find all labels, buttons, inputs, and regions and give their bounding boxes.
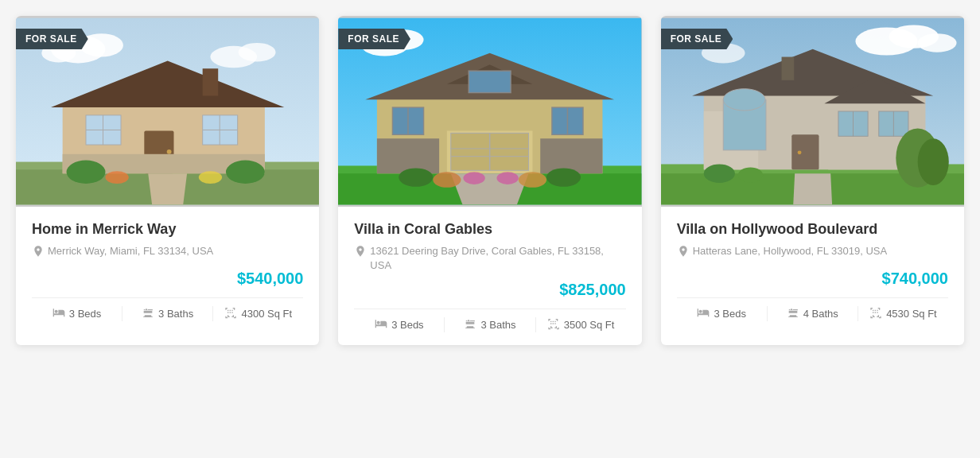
address-text: Hatteras Lane, Hollywood, FL 33019, USA	[693, 244, 888, 258]
property-title: Home in Merrick Way	[32, 221, 303, 238]
property-card-1[interactable]: FOR SALE Home in Merrick Way Merrick Way…	[16, 16, 319, 345]
property-title: Villa on Hollywood Boulevard	[677, 221, 948, 238]
svg-point-22	[226, 161, 265, 184]
sqft-icon	[224, 306, 237, 321]
svg-point-65	[723, 89, 765, 111]
svg-point-48	[434, 172, 461, 188]
pin-icon	[32, 245, 45, 262]
svg-point-24	[199, 171, 222, 184]
bed-icon	[697, 306, 710, 321]
card-features: 3 Beds 3 Baths	[32, 306, 303, 321]
card-features: 3 Beds 4 Baths	[677, 306, 948, 321]
svg-rect-10	[203, 68, 219, 95]
pin-icon	[354, 245, 367, 262]
card-divider	[677, 297, 948, 298]
svg-point-21	[67, 161, 106, 184]
for-sale-badge: FOR SALE	[661, 29, 733, 49]
svg-point-18	[167, 149, 172, 154]
svg-point-55	[917, 33, 956, 52]
svg-point-50	[464, 172, 485, 184]
property-title: Villa in Coral Gables	[354, 221, 625, 238]
svg-point-47	[546, 168, 581, 186]
beds-label: 3 Beds	[69, 308, 101, 320]
bath-icon	[142, 306, 154, 321]
baths-feature: 4 Baths	[768, 306, 858, 321]
svg-point-76	[737, 167, 762, 183]
svg-point-74	[917, 138, 948, 185]
card-body: Villa in Coral Gables 13621 Deering Bay …	[338, 207, 641, 345]
baths-label: 4 Baths	[803, 308, 838, 320]
sqft-feature: 4300 Sq Ft	[213, 306, 303, 321]
sqft-icon	[869, 306, 882, 321]
beds-feature: 3 Beds	[32, 306, 122, 321]
beds-label: 3 Beds	[714, 308, 745, 320]
property-card-2[interactable]: FOR SALE Villa in Coral Gables 13621 Dee…	[338, 16, 641, 345]
card-divider	[354, 309, 625, 309]
svg-point-5	[239, 43, 276, 61]
sqft-icon	[547, 317, 560, 332]
for-sale-badge: FOR SALE	[16, 29, 88, 49]
svg-point-75	[703, 164, 734, 182]
sqft-label: 4300 Sq Ft	[241, 308, 292, 320]
pin-icon	[677, 245, 690, 262]
property-price: $825,000	[354, 281, 625, 299]
svg-point-23	[105, 171, 128, 184]
card-image-wrapper: FOR SALE	[661, 16, 964, 207]
card-image-wrapper: FOR SALE	[16, 16, 319, 207]
svg-rect-72	[781, 57, 794, 80]
svg-rect-33	[377, 138, 439, 173]
sqft-label: 4530 Sq Ft	[886, 308, 937, 320]
svg-marker-77	[793, 173, 832, 204]
sqft-feature: 4530 Sq Ft	[858, 306, 948, 321]
property-address: Merrick Way, Miami, FL 33134, USA	[32, 244, 303, 262]
baths-feature: 3 Baths	[445, 317, 535, 332]
sqft-label: 3500 Sq Ft	[564, 319, 615, 331]
sqft-feature: 3500 Sq Ft	[536, 317, 626, 332]
bed-icon	[375, 317, 387, 332]
bed-icon	[52, 306, 65, 321]
svg-point-46	[399, 168, 434, 186]
baths-feature: 3 Baths	[122, 306, 213, 321]
beds-feature: 3 Beds	[354, 317, 445, 332]
beds-feature: 3 Beds	[677, 306, 768, 321]
baths-label: 3 Baths	[480, 319, 515, 331]
property-price: $540,000	[32, 270, 303, 288]
card-body: Home in Merrick Way Merrick Way, Miami, …	[16, 207, 319, 334]
card-features: 3 Beds 3 Baths	[354, 317, 625, 332]
bath-icon	[464, 317, 476, 332]
card-divider	[32, 297, 303, 298]
svg-rect-39	[469, 71, 511, 92]
baths-label: 3 Baths	[158, 308, 193, 320]
svg-rect-66	[791, 134, 819, 169]
svg-point-51	[497, 172, 519, 184]
card-body: Villa on Hollywood Boulevard Hatteras La…	[661, 207, 964, 334]
address-text: 13621 Deering Bay Drive, Coral Gables, F…	[370, 244, 625, 273]
property-cards-container: FOR SALE Home in Merrick Way Merrick Way…	[16, 16, 964, 345]
property-address: 13621 Deering Bay Drive, Coral Gables, F…	[354, 244, 625, 273]
svg-point-49	[519, 172, 546, 188]
address-text: Merrick Way, Miami, FL 33134, USA	[48, 244, 213, 258]
property-address: Hatteras Lane, Hollywood, FL 33019, USA	[677, 244, 948, 262]
property-price: $740,000	[677, 270, 948, 288]
for-sale-badge: FOR SALE	[338, 29, 410, 49]
svg-marker-20	[148, 173, 187, 204]
bath-icon	[787, 306, 799, 321]
svg-rect-34	[541, 138, 603, 173]
property-card-3[interactable]: FOR SALE Villa on Hollywood Boulevard Ha…	[661, 16, 964, 345]
svg-point-67	[797, 150, 801, 154]
card-image-wrapper: FOR SALE	[338, 16, 641, 207]
beds-label: 3 Beds	[391, 319, 423, 331]
